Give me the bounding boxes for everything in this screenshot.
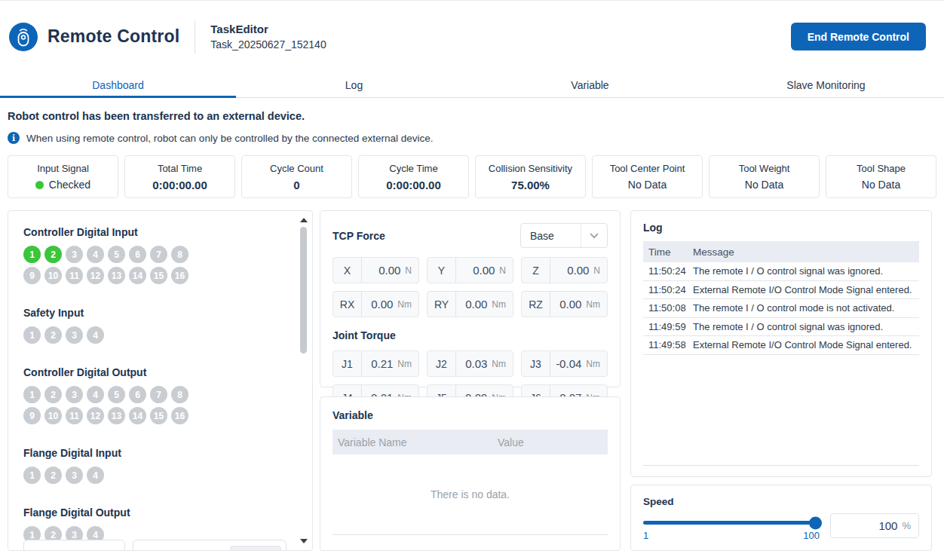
tab-dashboard[interactable]: Dashboard	[0, 72, 236, 97]
io-group-title: Flange Digital Output	[23, 506, 287, 519]
stat-value: No Data	[628, 179, 667, 191]
joint-torque-value: -0.04	[550, 357, 586, 370]
tab-log[interactable]: Log	[236, 72, 472, 97]
scroll-up-icon[interactable]	[300, 218, 308, 222]
stat-card-cycle-time: Cycle Time0:00:00.00	[358, 155, 469, 198]
variable-col-value: Value	[498, 436, 608, 448]
io-group-controller-digital-output: Controller Digital Output123456789101112…	[23, 366, 287, 424]
io-indicator-4: 4	[87, 326, 104, 344]
tcp-force-value: 0.00	[362, 298, 397, 311]
variable-table-header: Variable Name Value	[333, 430, 608, 454]
stat-label: Tool Center Point	[610, 163, 685, 174]
app-title: Remote Control	[48, 26, 179, 47]
frame-select[interactable]: Base	[520, 223, 608, 248]
io-panel: Controller Digital Input1234567891011121…	[8, 210, 313, 551]
log-title: Log	[643, 222, 919, 234]
stat-label: Tool Weight	[739, 163, 790, 174]
tcp-force-axis-label: Y	[428, 258, 456, 283]
speed-slider[interactable]: 1 100	[643, 521, 820, 541]
speed-slider-thumb[interactable]	[809, 516, 822, 529]
end-remote-control-button[interactable]: End Remote Control	[791, 23, 926, 50]
io-indicator-5: 5	[108, 386, 125, 403]
stat-card-tool-shape: Tool ShapeNo Data	[826, 155, 936, 198]
joint-torque-title: Joint Torque	[333, 329, 608, 341]
io-indicator-4: 4	[87, 246, 104, 263]
io-indicator-16: 16	[171, 267, 188, 284]
io-panel-partial-field-2[interactable]	[133, 540, 287, 550]
tab-variable[interactable]: Variable	[472, 72, 708, 97]
log-time: 11:49:59	[643, 321, 693, 332]
io-panel-scrollbar[interactable]	[298, 213, 310, 548]
log-rows: 11:50:24The remote I / O control signal …	[643, 262, 919, 355]
stat-label: Tool Shape	[857, 163, 906, 174]
io-indicator-1: 1	[23, 326, 41, 344]
status-dot-green	[35, 181, 44, 189]
log-panel: Log Time Message 11:50:24The remote I / …	[630, 210, 932, 477]
scroll-down-icon[interactable]	[300, 539, 308, 543]
log-row: 11:49:58External Remote I/O Control Mode…	[643, 336, 919, 355]
tcp-force-axis-label: RY	[428, 292, 456, 317]
variable-panel: Variable Variable Name Value There is no…	[320, 396, 621, 551]
io-groups: Controller Digital Input1234567891011121…	[23, 226, 287, 543]
speed-panel: Speed 1 100 100 %	[630, 485, 932, 551]
io-panel-partial-button[interactable]	[230, 546, 281, 550]
tcp-force-axis-label: RZ	[522, 292, 550, 317]
io-indicator-1: 1	[23, 386, 41, 403]
io-group-title: Controller Digital Output	[23, 366, 287, 378]
io-panel-partial-field-1[interactable]	[23, 540, 125, 550]
io-indicator-5: 5	[108, 246, 125, 263]
io-indicator-13: 13	[108, 407, 125, 424]
joint-torque-value: 0.03	[456, 357, 492, 370]
stat-card-cycle-count: Cycle Count0	[241, 155, 352, 198]
io-indicator-9: 9	[23, 407, 41, 424]
io-indicator-15: 15	[150, 267, 167, 284]
io-indicator-10: 10	[44, 267, 62, 284]
io-indicator-3: 3	[66, 467, 83, 484]
joint-torque-field-j1: J10.21Nm	[333, 350, 419, 377]
io-group-title: Controller Digital Input	[23, 226, 287, 238]
io-indicator-2: 2	[44, 326, 62, 344]
joint-torque-unit: Nm	[586, 359, 607, 369]
log-col-message: Message	[693, 246, 734, 258]
scrollbar-thumb[interactable]	[300, 227, 307, 353]
io-indicator-2: 2	[44, 246, 62, 263]
io-indicator-2: 2	[44, 467, 62, 484]
io-group-title: Safety Input	[23, 307, 287, 319]
log-row: 11:50:24The remote I / O control signal …	[643, 262, 919, 281]
log-time: 11:50:24	[643, 284, 693, 295]
speed-slider-track[interactable]	[643, 521, 820, 525]
io-indicator-12: 12	[87, 407, 104, 424]
stat-value: 0:00:00.00	[152, 179, 207, 191]
stat-label: Cycle Count	[270, 163, 323, 174]
joint-torque-field-j3: J3-0.04Nm	[521, 350, 608, 377]
io-indicator-8: 8	[171, 386, 188, 403]
io-indicator-row: 1234	[23, 467, 198, 484]
speed-value-input[interactable]: 100 %	[830, 513, 919, 538]
log-time: 11:50:08	[643, 302, 693, 314]
io-indicator-9: 9	[23, 267, 41, 284]
tcp-force-field-rx: RX0.00Nm	[333, 291, 419, 317]
tcp-force-unit: Nm	[586, 299, 607, 310]
io-group-controller-digital-input: Controller Digital Input1234567891011121…	[23, 226, 287, 284]
tcp-force-value: 0.00	[550, 298, 586, 311]
stat-value: Checked	[35, 179, 90, 191]
stat-label: Total Time	[158, 163, 202, 174]
tcp-force-value: 0.00	[456, 298, 492, 311]
io-indicator-3: 3	[66, 386, 83, 403]
io-indicator-11: 11	[66, 407, 83, 424]
io-indicator-4: 4	[87, 386, 104, 403]
frame-select-value: Base	[521, 230, 581, 242]
tab-bar: DashboardLogVariableSlave Monitoring	[0, 72, 944, 98]
io-indicator-3: 3	[66, 246, 83, 263]
io-indicator-13: 13	[108, 267, 125, 284]
log-bottom-divider	[643, 465, 919, 466]
tcp-force-value: 0.00	[362, 264, 405, 277]
stat-value: 0	[293, 179, 299, 191]
dashboard-main: Controller Digital Input1234567891011121…	[8, 210, 932, 551]
stat-label: Collision Sensitivity	[489, 163, 572, 174]
tcp-force-axis-label: RX	[333, 292, 362, 317]
tcp-force-field-y: Y0.00N	[427, 257, 513, 283]
tab-slave-monitoring[interactable]: Slave Monitoring	[708, 72, 944, 97]
tcp-force-axis-label: Z	[522, 258, 550, 283]
variable-empty-text: There is no data.	[333, 454, 608, 534]
